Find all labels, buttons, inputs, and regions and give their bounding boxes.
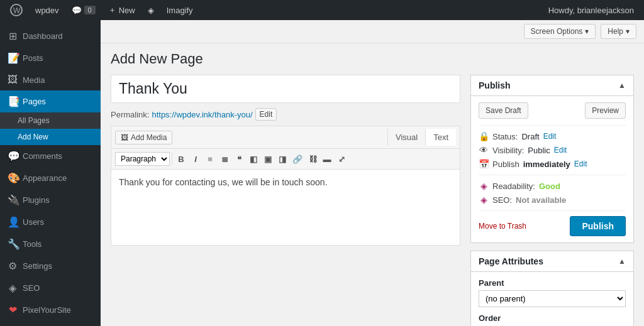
sidebar-item-tools[interactable]: 🔧 Tools bbox=[0, 233, 101, 255]
unlink-button[interactable]: ⛓ bbox=[306, 151, 319, 166]
sidebar-item-settings[interactable]: ⚙ Settings bbox=[0, 255, 101, 277]
sidebar-item-media[interactable]: 🖼 Media bbox=[0, 69, 101, 90]
trash-link[interactable]: Move to Trash bbox=[479, 222, 526, 231]
editor-wrap: Permalink: https://wpdev.ink/thank-you/ … bbox=[111, 75, 634, 326]
sidebar-item-users[interactable]: 👤 Users bbox=[0, 211, 101, 233]
ul-button[interactable]: ≡ bbox=[203, 151, 217, 166]
chevron-down-icon: ▾ bbox=[626, 27, 630, 36]
add-media-icon: 🖼 bbox=[121, 133, 128, 142]
admin-menu: ⊞ Dashboard 📝 Posts 🖼 Media 📑 Pages All … bbox=[0, 20, 101, 326]
format-select[interactable]: Paragraph bbox=[115, 152, 170, 166]
media-icon: 🖼 bbox=[8, 74, 18, 85]
settings-icon: ⚙ bbox=[8, 260, 18, 272]
sidebar-item-add-new[interactable]: Add New bbox=[0, 129, 101, 145]
chevron-down-icon: ▾ bbox=[585, 27, 589, 36]
wp-logo[interactable]: W bbox=[5, 4, 28, 16]
parent-select[interactable]: (no parent) bbox=[479, 290, 626, 307]
seo-value: Not available bbox=[516, 195, 566, 205]
sidebar-item-dashboard[interactable]: ⊞ Dashboard bbox=[0, 25, 101, 47]
publish-box: Publish ▲ Save Draft Preview 🔒 Stat bbox=[470, 75, 634, 243]
publish-time-edit-link[interactable]: Edit bbox=[574, 160, 587, 168]
link-button[interactable]: 🔗 bbox=[290, 151, 305, 166]
admin-bar: W wpdev 💬 0 ＋ New ◈ Imagify Howdy, brian… bbox=[0, 0, 644, 20]
pixel-icon: ❤ bbox=[8, 304, 18, 316]
page-attributes-box: Page Attributes ▲ Parent (no parent) bbox=[470, 251, 634, 326]
screen-options-button[interactable]: Screen Options ▾ bbox=[524, 24, 596, 39]
readability-row: ◈ Readability: Good bbox=[479, 179, 626, 193]
comment-icon: 💬 bbox=[72, 6, 82, 15]
editor-sidebar: Publish ▲ Save Draft Preview 🔒 Stat bbox=[470, 75, 634, 326]
ol-button[interactable]: ≣ bbox=[218, 151, 231, 166]
svg-text:W: W bbox=[13, 6, 21, 15]
more-button[interactable]: ▬ bbox=[320, 151, 334, 166]
plus-icon: ＋ bbox=[108, 4, 116, 16]
save-draft-button[interactable]: Save Draft bbox=[479, 102, 528, 119]
yoast-plugin[interactable]: ◈ bbox=[143, 0, 159, 20]
fullscreen-button[interactable]: ⤢ bbox=[335, 151, 348, 166]
blockquote-button[interactable]: ❝ bbox=[232, 151, 246, 166]
italic-button[interactable]: I bbox=[189, 151, 203, 166]
page-attributes-title: Page Attributes bbox=[479, 256, 543, 266]
permalink-edit-button[interactable]: Edit bbox=[255, 108, 277, 121]
tab-text[interactable]: Text bbox=[425, 129, 456, 146]
sidebar-item-pixelyoursite[interactable]: ❤ PixelYourSite bbox=[0, 299, 101, 321]
post-title-input[interactable] bbox=[111, 75, 460, 103]
status-edit-link[interactable]: Edit bbox=[543, 132, 557, 141]
status-icon: 🔒 bbox=[479, 131, 489, 141]
align-left-button[interactable]: ◧ bbox=[247, 151, 260, 166]
status-row: 🔒 Status: Draft Edit bbox=[479, 129, 626, 143]
permalink-row: Permalink: https://wpdev.ink/thank-you/ … bbox=[111, 108, 460, 121]
plugins-icon: 🔌 bbox=[8, 194, 18, 206]
tab-visual[interactable]: Visual bbox=[387, 129, 425, 146]
publish-box-title: Publish bbox=[479, 80, 511, 90]
yoast-icon: ◈ bbox=[148, 6, 154, 15]
publish-actions: Save Draft Preview bbox=[479, 102, 626, 119]
parent-field: Parent (no parent) bbox=[479, 278, 626, 307]
page-attributes-header[interactable]: Page Attributes ▲ bbox=[471, 251, 633, 272]
readability-value: Good bbox=[539, 182, 560, 191]
editor-content[interactable]: Thank you for contacting us, we will be … bbox=[111, 170, 460, 245]
preview-button[interactable]: Preview bbox=[585, 102, 626, 119]
order-field: Order bbox=[479, 313, 626, 323]
visibility-value: Public bbox=[528, 146, 550, 155]
permalink-link[interactable]: https://wpdev.ink/thank-you/ bbox=[152, 110, 252, 119]
toggle-up-icon: ▲ bbox=[618, 81, 626, 90]
comments-icon: 💬 bbox=[8, 150, 18, 162]
user-greeting[interactable]: Howdy, brianleejackson bbox=[543, 0, 639, 20]
users-icon: 👤 bbox=[8, 216, 18, 228]
sidebar-item-all-pages[interactable]: All Pages bbox=[0, 112, 101, 129]
comments-link[interactable]: 💬 0 bbox=[67, 0, 101, 20]
yoast-seo-icon: ◈ bbox=[479, 195, 489, 205]
readability-label: Readability: bbox=[492, 182, 535, 191]
help-button[interactable]: Help ▾ bbox=[601, 24, 636, 39]
add-media-button[interactable]: 🖼 Add Media bbox=[115, 131, 172, 144]
align-center-button[interactable]: ▣ bbox=[261, 151, 275, 166]
align-right-button[interactable]: ◨ bbox=[275, 151, 289, 166]
editor-tabs: Visual Text bbox=[387, 129, 456, 146]
visibility-edit-link[interactable]: Edit bbox=[554, 146, 567, 155]
editor-main: Permalink: https://wpdev.ink/thank-you/ … bbox=[111, 75, 460, 246]
sidebar-item-comments[interactable]: 💬 Comments bbox=[0, 145, 101, 167]
new-content[interactable]: ＋ New bbox=[103, 0, 140, 20]
publish-button[interactable]: Publish bbox=[570, 216, 626, 236]
visibility-row: 👁 Visibility: Public Edit bbox=[479, 143, 626, 157]
site-name[interactable]: wpdev bbox=[30, 0, 64, 20]
order-label: Order bbox=[479, 313, 626, 323]
editor-toolbar-row1: 🖼 Add Media Visual Text bbox=[111, 126, 460, 149]
sidebar-item-posts[interactable]: 📝 Posts bbox=[0, 47, 101, 69]
pages-submenu: All Pages Add New bbox=[0, 112, 101, 145]
dashboard-icon: ⊞ bbox=[8, 30, 18, 42]
visibility-label: Visibility: bbox=[492, 146, 524, 155]
publish-time-label: Publish bbox=[492, 160, 519, 169]
publish-box-header[interactable]: Publish ▲ bbox=[471, 75, 633, 96]
bold-button[interactable]: B bbox=[174, 151, 188, 166]
yoast-readability-icon: ◈ bbox=[479, 181, 489, 191]
toggle-up-icon-attr: ▲ bbox=[618, 257, 626, 266]
imagify-plugin[interactable]: Imagify bbox=[162, 0, 198, 20]
visibility-icon: 👁 bbox=[479, 145, 489, 155]
tools-icon: 🔧 bbox=[8, 238, 18, 250]
sidebar-item-seo[interactable]: ◈ SEO bbox=[0, 277, 101, 299]
sidebar-item-pages[interactable]: 📑 Pages bbox=[0, 90, 101, 112]
sidebar-item-appearance[interactable]: 🎨 Appearance bbox=[0, 167, 101, 189]
sidebar-item-plugins[interactable]: 🔌 Plugins bbox=[0, 189, 101, 211]
